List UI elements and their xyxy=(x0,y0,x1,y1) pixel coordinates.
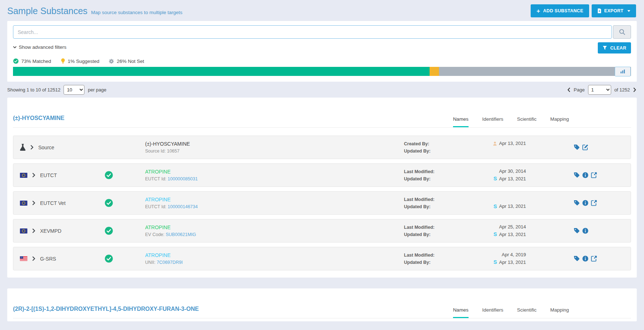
date-value-2: Apr 13, 2021 xyxy=(499,175,526,183)
edit-icon[interactable] xyxy=(582,144,588,150)
date-line-2: S Apr 13, 2021 xyxy=(457,259,526,266)
match-status-column xyxy=(105,199,145,207)
tab-mapping[interactable]: Mapping xyxy=(550,307,569,318)
chevron-down-icon xyxy=(13,46,17,48)
per-page-select[interactable]: 10 xyxy=(64,85,84,95)
external-link-icon[interactable] xyxy=(591,200,597,206)
date-value-1: Apr 30, 2014 xyxy=(499,168,526,175)
lightbulb-icon xyxy=(61,58,65,64)
chevron-right-icon[interactable] xyxy=(32,256,35,261)
row-actions xyxy=(574,144,624,150)
date-value-1: Apr 4, 2019 xyxy=(502,251,526,258)
identifier-label: EV Code: xyxy=(145,232,165,237)
chevron-right-icon[interactable] xyxy=(32,173,35,177)
row-actions xyxy=(574,172,624,178)
identifier-link[interactable]: 100000085031 xyxy=(167,176,197,181)
tag-icon[interactable] xyxy=(574,144,580,150)
search-button[interactable] xyxy=(613,25,631,39)
advanced-filters-toggle[interactable]: Show advanced filters xyxy=(13,42,66,50)
tab-scientific[interactable]: Scientific xyxy=(517,116,536,127)
meta-label-1: Last Modified: xyxy=(404,196,457,203)
export-label: EXPORT xyxy=(604,8,623,13)
source-system-label: EUTCT Vet xyxy=(40,200,66,206)
date-line-2 xyxy=(457,147,526,155)
search-input[interactable] xyxy=(13,25,612,39)
export-button[interactable]: EXPORT xyxy=(592,4,636,17)
clear-label: CLEAR xyxy=(610,46,626,51)
tab-mapping[interactable]: Mapping xyxy=(550,116,569,127)
matched-check-icon xyxy=(105,254,113,263)
external-link-icon[interactable] xyxy=(591,172,597,178)
row-actions xyxy=(574,200,624,206)
date-value-1: Apr 25, 2014 xyxy=(499,223,526,231)
chevron-right-icon[interactable] xyxy=(32,228,35,233)
match-status-column xyxy=(105,254,145,263)
tab-identifiers[interactable]: Identifiers xyxy=(482,116,504,127)
meta-dates-column: Apr 4, 2019 S Apr 13, 2021 xyxy=(457,251,526,266)
check-circle-icon xyxy=(13,58,19,64)
substance-name-link[interactable]: ATROPINE xyxy=(145,224,404,230)
source-system-label: G-SRS xyxy=(40,256,56,262)
chevron-right-icon[interactable] xyxy=(32,201,35,205)
clear-button[interactable]: CLEAR xyxy=(598,42,631,53)
identifier-line: EV Code: SUB00621MIG xyxy=(145,232,404,237)
page-select[interactable]: 1 xyxy=(588,85,611,95)
stat-matched: 73% Matched xyxy=(13,58,51,64)
identifier-link[interactable]: 7C0697DR9I xyxy=(157,260,183,265)
eu-flag-icon xyxy=(20,201,27,206)
info-icon[interactable] xyxy=(582,228,588,234)
tag-icon[interactable] xyxy=(574,200,580,206)
info-icon[interactable] xyxy=(582,256,588,262)
next-page-button[interactable] xyxy=(633,87,636,92)
showing-text: Showing 1 to 10 of 12512 xyxy=(7,87,60,93)
identifier-link[interactable]: 100000146734 xyxy=(167,204,197,209)
substance-name-link[interactable]: ATROPINE xyxy=(145,169,404,175)
identifier-link[interactable]: SUB00621MIG xyxy=(166,232,196,237)
tab-names[interactable]: Names xyxy=(453,307,469,318)
chevron-right-icon[interactable] xyxy=(30,145,34,150)
info-icon[interactable] xyxy=(582,200,588,206)
chart-toggle-button[interactable] xyxy=(615,67,631,76)
substance-card-furanone: (2R)-2-[(1S)-1,2-DIHYDROXYETHYL]-4,5-DIH… xyxy=(7,288,637,321)
progress-segment-suggested xyxy=(430,67,439,76)
date-value-2: Apr 13, 2021 xyxy=(499,231,526,238)
names-column: ATROPINE EUTCT Id: 100000085031 xyxy=(145,169,404,181)
meta-label-2: Updated By: xyxy=(404,175,457,183)
previous-page-button[interactable] xyxy=(567,87,570,92)
table-row-eutct: EUTCT ATROPINE EUTCT Id: 100000085031 La… xyxy=(13,163,631,187)
tab-scientific[interactable]: Scientific xyxy=(517,307,536,318)
identifier-line: UNII: 7C0697DR9I xyxy=(145,260,404,265)
tag-icon[interactable] xyxy=(574,228,580,234)
substance-name-link[interactable]: ATROPINE xyxy=(145,252,404,258)
filter-panel: Show advanced filters CLEAR 73% Matched … xyxy=(7,21,637,82)
gear-icon xyxy=(109,59,114,64)
tag-icon[interactable] xyxy=(574,256,580,262)
stat-not-set: 26% Not Set xyxy=(109,59,144,64)
add-substance-button[interactable]: + ADD SUBSTANCE xyxy=(531,4,589,17)
date-line-1: Apr 25, 2014 xyxy=(457,223,526,231)
external-link-icon[interactable] xyxy=(591,256,597,262)
source-system-label: EUTCT xyxy=(40,172,57,178)
identifier-value: 10657 xyxy=(167,149,179,154)
substance-name-link[interactable]: ATROPINE xyxy=(145,197,404,202)
meta-labels-column: Last Modified: Updated By: xyxy=(404,196,457,210)
title-group: Sample Substances Map source substances … xyxy=(7,6,182,16)
tag-icon[interactable] xyxy=(574,172,580,178)
meta-label-2: Updated By: xyxy=(404,147,457,155)
source-column: EUTCT Vet xyxy=(20,200,105,206)
eu-flag-icon xyxy=(20,228,27,233)
tab-identifiers[interactable]: Identifiers xyxy=(482,307,504,318)
us-flag-icon xyxy=(20,256,27,261)
stat-suggested: 1% Suggested xyxy=(61,58,100,64)
card-tabs: Names Identifiers Scientific Mapping xyxy=(453,116,569,127)
meta-dates-column: Apr 13, 2021 xyxy=(457,140,526,154)
pagination-left: Showing 1 to 10 of 12512 10 per page xyxy=(7,85,106,95)
date-value-1: Apr 13, 2021 xyxy=(499,140,526,147)
source-column: Source xyxy=(20,144,105,151)
info-icon[interactable] xyxy=(582,172,588,178)
substance-title: (2R)-2-[(1S)-1,2-DIHYDROXYETHYL]-4,5-DIH… xyxy=(13,306,199,318)
meta-labels-column: Created By: Updated By: xyxy=(404,140,457,155)
meta-label-1: Created By: xyxy=(404,140,457,147)
match-status-column xyxy=(105,171,145,179)
tab-names[interactable]: Names xyxy=(453,116,469,127)
